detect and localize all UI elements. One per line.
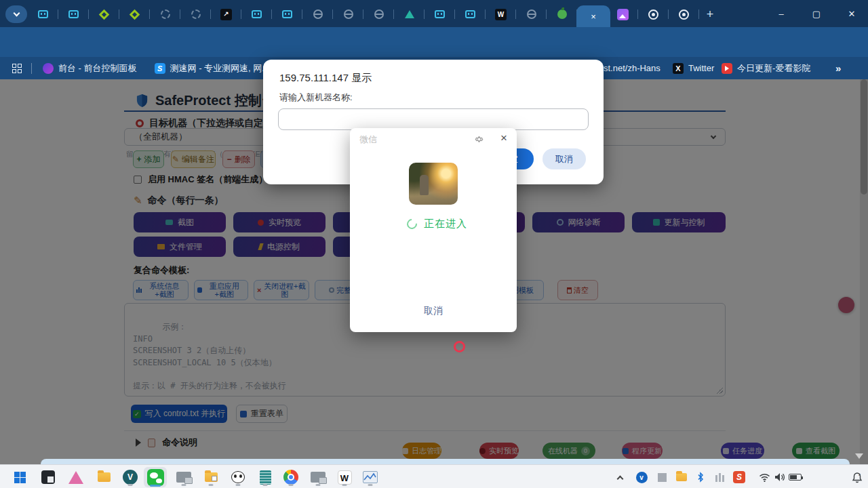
chrome-icon [283, 470, 298, 485]
close-window-button[interactable]: ✕ [840, 8, 863, 20]
pinned-tab[interactable]: ↗ [211, 5, 241, 23]
taskbar-remote-desktop[interactable] [174, 468, 193, 487]
pinned-tab[interactable] [58, 5, 89, 23]
machine-name-input[interactable] [278, 108, 589, 130]
taskbar-w-app[interactable]: W [335, 468, 354, 487]
share-icon: ↗ [220, 9, 232, 20]
tray-notifications[interactable]: z [848, 468, 867, 487]
running-indicator [368, 484, 373, 486]
tray-folder[interactable] [672, 468, 691, 487]
running-indicator [263, 484, 268, 486]
pinned-tab[interactable] [608, 5, 638, 23]
bottom-panel-edge [41, 459, 850, 464]
close-tab-icon[interactable]: × [591, 12, 596, 22]
bookmark-speedtest[interactable]: S 测速网 - 专业测网速, 网... [155, 62, 270, 75]
running-indicator [209, 484, 214, 486]
chrome-logo-icon [679, 9, 689, 20]
cancel-label: 取消 [555, 153, 573, 165]
bookmark-partial[interactable]: st.net/zh-Hans [604, 63, 660, 73]
tray-battery[interactable] [785, 468, 804, 487]
minimize-button[interactable]: – [770, 8, 793, 20]
start-button[interactable] [10, 468, 29, 487]
tray-expand-chevron[interactable] [610, 468, 629, 487]
bot-icon [252, 10, 262, 18]
tray-v-icon[interactable]: v [632, 468, 651, 487]
bookmark-label: 今日更新-爱看影院 [737, 62, 810, 75]
pinned-tab[interactable] [150, 5, 180, 23]
svg-text:z: z [859, 472, 861, 476]
bookmarks-separator [31, 63, 32, 74]
new-tab-button[interactable]: + [702, 7, 718, 22]
pinned-tab[interactable] [425, 5, 455, 23]
taskbar-v-app[interactable]: V [121, 468, 140, 487]
w-logo-icon: W [495, 9, 507, 20]
taskbar-remote-desktop-2[interactable] [309, 468, 328, 487]
bot-icon [68, 10, 79, 18]
diamond-icon [130, 9, 140, 20]
running-indicator [236, 484, 241, 486]
bookmark-frontend-panel[interactable]: 前台 - 前台控制面板 [43, 62, 137, 75]
chart-app-icon [363, 471, 378, 483]
tray-app-square[interactable] [652, 468, 671, 487]
taskbar-chrome[interactable] [281, 468, 300, 487]
pinned-tab[interactable] [363, 5, 394, 23]
wechat-cancel-link[interactable]: 取消 [350, 305, 517, 317]
bookmark-favicon: S [155, 63, 165, 74]
pinned-tab[interactable] [394, 5, 425, 23]
tray-bluetooth[interactable] [691, 468, 710, 487]
triangle-icon [405, 10, 414, 18]
wechat-close-icon[interactable]: × [500, 131, 507, 145]
pinned-tab[interactable] [333, 5, 363, 23]
dialog-label: 请输入新机器名称: [279, 92, 353, 104]
bookmark-label: 测速网 - 专业测网速, 网... [170, 62, 270, 75]
tray-building-app[interactable] [710, 468, 729, 487]
taskbar-file-explorer[interactable] [94, 468, 113, 487]
pinned-tab[interactable] [28, 5, 58, 23]
bookmark-movies[interactable]: 今日更新-爱看影院 [722, 62, 810, 75]
taskbar-notebook-app[interactable] [256, 468, 275, 487]
chevron-up-icon [616, 475, 623, 482]
wechat-settings-gear-icon[interactable] [474, 134, 484, 147]
bot-icon [38, 10, 48, 18]
pinned-tab[interactable] [638, 5, 669, 23]
pinned-tab[interactable] [547, 5, 577, 23]
folder-floppy-icon [205, 472, 218, 482]
pinned-tab[interactable] [89, 5, 119, 23]
taskbar-wechat-active[interactable] [144, 467, 167, 487]
scroll-down-arrow-icon[interactable] [855, 453, 863, 459]
running-indicator [182, 484, 186, 486]
bookmark-twitter[interactable]: X Twitter [673, 63, 714, 74]
bookmarks-overflow-chevron[interactable]: » [835, 62, 841, 74]
active-tab[interactable]: × [576, 5, 610, 27]
tab-search-button[interactable] [5, 5, 27, 23]
taskbar-panda-app[interactable] [229, 468, 248, 487]
taskbar-app-dark[interactable] [39, 468, 58, 487]
globe-icon [344, 9, 353, 19]
taskbar: V W v S 8:46 2025/11/24 z [0, 464, 868, 488]
pinned-tab[interactable] [119, 5, 150, 23]
pinned-tab[interactable] [302, 5, 333, 23]
apps-grid-icon[interactable] [12, 64, 22, 73]
pinned-tab[interactable] [180, 5, 211, 23]
pinned-tab[interactable] [669, 5, 699, 23]
wechat-status-text: 正在进入 [424, 218, 467, 230]
dialog-title: 159.75.111.147 显示 [279, 72, 372, 85]
pinned-tab[interactable] [241, 5, 272, 23]
pinned-tab[interactable] [272, 5, 302, 23]
monitor-icon [176, 472, 191, 483]
pinned-tab[interactable] [455, 5, 486, 23]
pinned-tab[interactable]: W [486, 5, 516, 23]
pinned-tab[interactable] [516, 5, 547, 23]
globe-icon [374, 9, 384, 19]
taskbar-app-a[interactable] [66, 468, 85, 487]
taskbar-monitor-graph[interactable] [361, 468, 380, 487]
dialog-cancel-button[interactable]: 取消 [542, 148, 586, 169]
maximize-button[interactable]: ▢ [805, 8, 828, 20]
w-app-icon: W [338, 470, 352, 485]
bot-icon [435, 10, 445, 18]
speaker-icon [774, 472, 785, 482]
tray-s-app[interactable]: S [730, 468, 749, 487]
taskbar-installer[interactable] [201, 468, 220, 487]
wechat-icon [147, 469, 164, 486]
wifi-icon [759, 473, 770, 482]
